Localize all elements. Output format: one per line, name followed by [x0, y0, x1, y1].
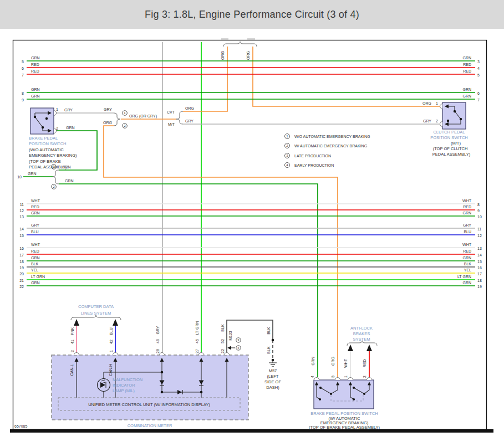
- svg-text:GRN: GRN: [462, 56, 471, 60]
- svg-text:46: 46: [156, 339, 160, 343]
- svg-text:22: 22: [19, 285, 24, 289]
- svg-text:RED: RED: [31, 205, 39, 209]
- svg-text:52: 52: [221, 339, 225, 343]
- component-label: POSITION SWITCH: [29, 141, 67, 146]
- svg-text:GRY: GRY: [156, 326, 160, 334]
- svg-text:4: 4: [310, 376, 314, 378]
- svg-text:8: 8: [477, 203, 480, 207]
- svg-text:RED: RED: [463, 69, 471, 73]
- svg-text:YEL: YEL: [464, 268, 471, 272]
- svg-text:GRY: GRY: [185, 119, 194, 123]
- svg-text:WHT: WHT: [31, 199, 40, 203]
- wire-label: ORG: [221, 51, 225, 60]
- svg-text:16: 16: [19, 246, 24, 250]
- system-label: LINES SYSTEM: [81, 311, 111, 316]
- svg-text:GRN: GRN: [31, 211, 40, 215]
- svg-text:12: 12: [19, 209, 24, 213]
- svg-text:3: 3: [286, 154, 288, 157]
- svg-text:15: 15: [477, 260, 482, 264]
- wire-rows-top: 5GRNGRN3 6REDRED4 7REDRED5 8GRNGRN6 9GRN…: [22, 56, 480, 102]
- svg-text:28: 28: [156, 349, 160, 353]
- svg-text:W/O AUTOMATIC EMERGENCY BRAKIN: W/O AUTOMATIC EMERGENCY BRAKING: [294, 135, 370, 138]
- svg-text:M123: M123: [228, 331, 232, 341]
- system-label: SYSTEM: [353, 337, 370, 342]
- svg-text:(TOP OF BRAKE: (TOP OF BRAKE: [29, 159, 61, 164]
- svg-text:1: 1: [124, 111, 126, 115]
- svg-text:GRY: GRY: [31, 223, 39, 227]
- svg-text:GRN: GRN: [31, 256, 40, 260]
- svg-text:GRY: GRY: [423, 119, 431, 123]
- svg-text:9: 9: [477, 209, 480, 213]
- svg-text:4: 4: [237, 346, 240, 350]
- svg-text:1: 1: [344, 376, 348, 378]
- svg-text:GRN: GRN: [31, 56, 40, 60]
- svg-text:ORG (OR GRY): ORG (OR GRY): [129, 114, 157, 119]
- svg-text:PEDAL ASSEMBLY): PEDAL ASSEMBLY): [29, 165, 67, 169]
- svg-text:GRN: GRN: [28, 172, 37, 176]
- arrow-left-icon: [227, 346, 231, 350]
- svg-text:GRN: GRN: [462, 88, 471, 91]
- svg-text:3: 3: [477, 60, 480, 64]
- top-feed-group: ORG ORG: [221, 39, 257, 60]
- svg-text:1: 1: [286, 135, 288, 138]
- wire-row: 12REDRED9: [19, 205, 480, 213]
- svg-text:27: 27: [195, 349, 199, 353]
- wiring-diagram-page: Fig 3: 1.8L, Engine Performance Circuit …: [0, 0, 504, 442]
- svg-text:45: 45: [195, 339, 199, 343]
- svg-text:GRN: GRN: [65, 179, 74, 183]
- wire-row: 21LT GRNLT GRN18: [19, 275, 482, 282]
- arrow-up-icon: [348, 345, 353, 351]
- svg-text:LATE PRODUCTION: LATE PRODUCTION: [294, 154, 331, 158]
- svg-text:(TOP OF CLUTCH: (TOP OF CLUTCH: [433, 146, 468, 151]
- svg-text:(M/T): (M/T): [451, 141, 461, 146]
- svg-text:BLU: BLU: [31, 230, 39, 234]
- svg-text:4: 4: [477, 66, 480, 70]
- clutch-pedal-position-switch: ORG 1 GRY 2 CLUTCH PEDAL POSITION SWITCH…: [422, 101, 471, 157]
- svg-text:3: 3: [237, 338, 240, 342]
- wire-row: 6REDRED4: [22, 63, 480, 70]
- svg-text:CAN-H: CAN-H: [109, 364, 113, 376]
- svg-text:GRN: GRN: [31, 281, 40, 285]
- svg-text:10: 10: [17, 175, 22, 179]
- svg-text:4: 4: [286, 163, 288, 167]
- svg-text:BLK: BLK: [31, 262, 39, 266]
- svg-text:EMERGENCY BRAKING): EMERGENCY BRAKING): [29, 153, 77, 158]
- svg-text:PEDAL ASSEMBLY): PEDAL ASSEMBLY): [432, 152, 471, 157]
- anti-lock-brakes-system: ANTI-LOCK BRAKES SYSTEM: [347, 326, 377, 377]
- svg-text:6: 6: [22, 66, 24, 70]
- svg-text:9: 9: [22, 98, 24, 102]
- system-label: COMPUTER DATA: [78, 304, 114, 309]
- component-label: POSITION SWITCH: [430, 135, 468, 140]
- svg-text:BLK: BLK: [464, 262, 472, 266]
- svg-text:GRN: GRN: [462, 211, 471, 215]
- svg-text:14: 14: [19, 227, 24, 231]
- svg-text:BLU: BLU: [464, 230, 471, 234]
- svg-text:PNK: PNK: [70, 327, 74, 335]
- svg-text:ORG: ORG: [185, 106, 194, 110]
- meter-pin-labels: GRY 46 28 LT GRN 45 27 BLK 52 22 M123 3 …: [156, 321, 241, 353]
- svg-text:ORG: ORG: [422, 101, 431, 105]
- component-label: MALFUNCTION: [113, 377, 142, 382]
- svg-text:UNIFIED METER CONTROL UNIT (W/: UNIFIED METER CONTROL UNIT (W/ INFORMATI…: [88, 402, 210, 407]
- svg-text:GRN: GRN: [31, 94, 40, 98]
- component-label: INDICATOR: [113, 383, 135, 388]
- svg-text:RED: RED: [463, 249, 471, 253]
- svg-text:(W/O AUTOMATIC: (W/O AUTOMATIC: [29, 147, 64, 152]
- svg-text:11: 11: [20, 203, 24, 207]
- svg-text:RED: RED: [463, 205, 471, 209]
- wire-rows-middle: 11WHTWHT8 12REDRED9 13GRNGRN10 14GRYGRY1…: [19, 199, 482, 289]
- svg-text:3: 3: [331, 376, 335, 378]
- svg-text:RED: RED: [463, 63, 471, 66]
- component-label: LAMP (MIL): [113, 388, 135, 393]
- brake-pedal-position-switch-wo-aeb: GRY GRN 1 2 BRAKE PEDAL POSITION SWITCH …: [29, 107, 114, 169]
- svg-text:BLK: BLK: [221, 324, 225, 332]
- svg-text:8: 8: [22, 91, 24, 95]
- svg-text:19: 19: [477, 285, 482, 289]
- svg-text:2: 2: [70, 350, 74, 352]
- svg-text:WHT: WHT: [462, 243, 472, 246]
- svg-text:1: 1: [109, 350, 113, 352]
- computer-data-lines-system: COMPUTER DATA LINES SYSTEM PNK 41 2 BLU …: [70, 304, 121, 353]
- wire-row: 7REDRED5: [22, 69, 480, 77]
- svg-text:5: 5: [477, 73, 480, 77]
- svg-text:WHT: WHT: [344, 358, 348, 368]
